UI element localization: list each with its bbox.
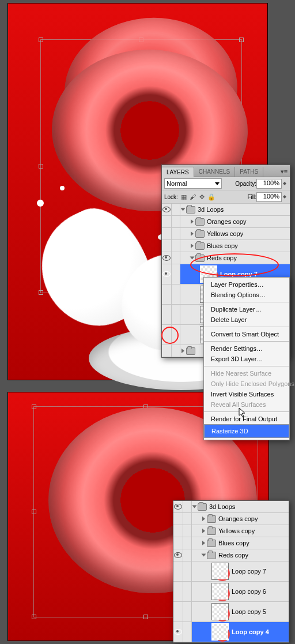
disclosure-icon[interactable] — [181, 208, 186, 211]
ctx-item[interactable]: Invert Visible Surfaces — [204, 389, 289, 399]
layer-label: 3d Loops — [198, 206, 224, 213]
panel-menu-icon[interactable]: ▾≡ — [278, 167, 290, 177]
ctx-item[interactable]: Duplicate Layer… — [204, 304, 289, 314]
lock-position-icon[interactable]: ✥ — [199, 193, 206, 200]
layer-label: Yellows copy — [207, 230, 243, 237]
folder-icon — [195, 218, 205, 226]
visibility-icon[interactable] — [174, 629, 182, 635]
opacity-label: Opacity: — [235, 181, 256, 187]
visibility-icon[interactable] — [162, 207, 171, 212]
layer-label: Oranges copy — [207, 218, 246, 225]
ctx-item[interactable]: Blending Options… — [204, 290, 289, 300]
ctx-item[interactable]: Convert to Smart Object — [204, 329, 289, 339]
layer-thumbnail[interactable] — [211, 623, 229, 641]
layer-row[interactable]: Loop copy 5 — [173, 602, 289, 622]
lock-all-icon[interactable]: 🔒 — [208, 193, 215, 200]
ctx-item[interactable]: Render for Final Output — [204, 414, 289, 424]
layer-label: Loop copy 7 — [232, 568, 266, 575]
lock-icons: ▦ 🖌 ✥ 🔒 — [180, 193, 215, 200]
folder-icon — [186, 206, 195, 214]
panel-tabs: LAYERS CHANNELS PATHS ▾≡ — [162, 165, 290, 177]
layer-group-row[interactable]: Oranges copy — [162, 216, 290, 228]
disclosure-icon[interactable] — [202, 529, 205, 533]
layer-row[interactable]: Loop copy 7 — [173, 561, 289, 582]
disclosure-icon[interactable] — [181, 349, 184, 353]
layer-label: Loop copy 6 — [232, 588, 266, 595]
ctx-item-rasterize-3d[interactable]: Rasterize 3D — [204, 424, 289, 438]
ctx-item: Hide Nearest Surface — [204, 368, 289, 379]
disclosure-icon[interactable] — [202, 554, 206, 557]
fill-input[interactable]: 100% — [256, 192, 282, 202]
blend-mode-select[interactable]: Normal — [164, 178, 222, 189]
folder-icon — [195, 254, 205, 262]
layer-group-row[interactable]: Yellows copy — [162, 228, 290, 240]
layer-group-row[interactable]: Oranges copy — [173, 513, 289, 525]
disclosure-icon[interactable] — [190, 257, 195, 260]
menu-separator — [204, 411, 289, 412]
layer-thumbnail[interactable] — [211, 603, 229, 620]
disclosure-icon[interactable] — [191, 244, 194, 248]
folder-icon — [207, 527, 216, 535]
lock-pixels-icon[interactable]: 🖌 — [190, 193, 196, 200]
folder-icon — [207, 540, 216, 547]
menu-separator — [204, 366, 289, 366]
ctx-item[interactable]: Delete Layer — [204, 314, 289, 325]
layer-group-row[interactable]: 3d Loops — [162, 204, 290, 216]
layer-group-row[interactable]: Blues copy — [173, 537, 289, 549]
tab-layers[interactable]: LAYERS — [162, 167, 194, 177]
layer-group-row[interactable]: Reds copy — [162, 252, 290, 264]
visibility-icon[interactable] — [174, 552, 182, 558]
opacity-arrow-icon[interactable] — [282, 182, 288, 185]
fill-label: Fill: — [247, 194, 256, 200]
lock-transparent-icon[interactable]: ▦ — [180, 193, 187, 200]
visibility-icon[interactable] — [162, 271, 171, 277]
blend-mode-label: Normal — [167, 180, 187, 187]
transform-handle[interactable] — [39, 290, 43, 295]
transform-handle[interactable] — [39, 164, 43, 169]
ctx-item[interactable]: Render Settings… — [204, 343, 289, 354]
disclosure-icon[interactable] — [202, 541, 205, 545]
tab-paths[interactable]: PATHS — [235, 167, 263, 177]
ctx-item[interactable]: Layer Properties… — [204, 279, 289, 290]
folder-icon — [195, 242, 205, 250]
transform-handle[interactable] — [32, 615, 36, 619]
layer-label: Reds copy — [218, 552, 248, 559]
ctx-item[interactable]: Export 3D Layer… — [204, 354, 289, 364]
layer-label: Blues copy — [207, 242, 238, 249]
layer-row[interactable]: Loop copy 6 — [173, 582, 289, 602]
layer-thumbnail[interactable] — [211, 583, 229, 600]
layer-list: 3d Loops Oranges copy Yellows copy Blues… — [173, 501, 289, 642]
transform-handle[interactable] — [239, 38, 244, 42]
transform-handle[interactable] — [32, 510, 36, 514]
chevron-down-icon — [215, 182, 220, 185]
milk-drop — [60, 186, 65, 190]
tab-channels[interactable]: CHANNELS — [194, 167, 235, 177]
fill-arrow-icon[interactable] — [282, 195, 288, 199]
layer-thumbnail[interactable] — [211, 563, 229, 580]
blend-row: Normal Opacity: 100% — [162, 177, 290, 190]
menu-separator — [204, 341, 289, 342]
layer-group-row[interactable]: Reds copy — [173, 549, 289, 561]
folder-icon — [195, 230, 205, 238]
layer-group-row[interactable]: Blues copy — [162, 240, 290, 252]
milk-drop — [37, 200, 44, 207]
visibility-icon[interactable] — [174, 504, 182, 510]
folder-icon — [207, 552, 216, 559]
folder-icon — [198, 503, 207, 511]
layer-group-row[interactable]: 3d Loops — [173, 501, 289, 513]
disclosure-icon[interactable] — [191, 231, 194, 236]
disclosure-icon[interactable] — [191, 219, 194, 224]
transform-handle[interactable] — [32, 405, 36, 409]
visibility-icon[interactable] — [162, 255, 171, 261]
transform-handle[interactable] — [39, 38, 43, 42]
layer-label: 3d Loops — [209, 503, 235, 510]
layer-group-row[interactable]: Yellows copy — [173, 525, 289, 537]
folder-icon — [207, 515, 216, 523]
disclosure-icon[interactable] — [192, 506, 197, 508]
layers-panel-secondary[interactable]: 3d Loops Oranges copy Yellows copy Blues… — [173, 500, 289, 643]
transform-handle[interactable] — [143, 615, 148, 619]
ctx-item: Reveal All Surfaces — [204, 399, 289, 410]
opacity-input[interactable]: 100% — [256, 179, 282, 189]
layer-row[interactable]: Loop copy 4 — [173, 622, 289, 642]
disclosure-icon[interactable] — [202, 516, 205, 521]
